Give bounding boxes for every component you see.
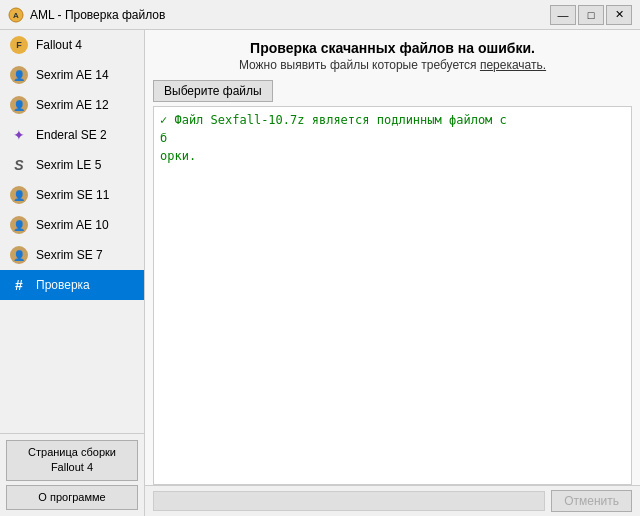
sexrim14-icon: 👤: [8, 64, 30, 86]
enderal2-icon: ✦: [8, 124, 30, 146]
content-subtitle: Можно выявить файлы которые требуется пе…: [161, 58, 624, 72]
sidebar-item-fallout4[interactable]: F Fallout 4: [0, 30, 144, 60]
content-toolbar: Выберите файлы: [145, 76, 640, 106]
sidebar-item-sexrim14[interactable]: 👤 Sexrim AE 14: [0, 60, 144, 90]
about-button[interactable]: О программе: [6, 485, 138, 510]
sexrimse7-icon: 👤: [8, 244, 30, 266]
app-icon: A: [8, 7, 24, 23]
output-scroll[interactable]: ✓ Файл Sexfall-10.7z является подлинным …: [153, 106, 632, 485]
sidebar-item-sexrim10[interactable]: 👤 Sexrim AE 10: [0, 210, 144, 240]
proverka-icon: #: [8, 274, 30, 296]
sidebar-item-label: Sexrim LE 5: [36, 158, 101, 172]
sidebar-item-label: Sexrim SE 7: [36, 248, 103, 262]
sidebar-item-sexrimle5[interactable]: S Sexrim LE 5: [0, 150, 144, 180]
sexrim11-icon: 👤: [8, 184, 30, 206]
sexrimle5-icon: S: [8, 154, 30, 176]
sidebar-item-sexrimse7[interactable]: 👤 Sexrim SE 7: [0, 240, 144, 270]
sidebar: F Fallout 4 👤 Sexrim AE 14 👤 Sexrim AE 1…: [0, 30, 145, 516]
window-title: AML - Проверка файлов: [30, 8, 550, 22]
sexrim10-icon: 👤: [8, 214, 30, 236]
progress-bar: [153, 491, 545, 511]
main-layout: F Fallout 4 👤 Sexrim AE 14 👤 Sexrim AE 1…: [0, 30, 640, 516]
browse-files-button[interactable]: Выберите файлы: [153, 80, 273, 102]
sidebar-item-enderal2[interactable]: ✦ Enderal SE 2: [0, 120, 144, 150]
content-title: Проверка скачанных файлов на ошибки.: [161, 40, 624, 56]
close-button[interactable]: ✕: [606, 5, 632, 25]
assembly-page-button[interactable]: Страница сборки Fallout 4: [6, 440, 138, 481]
fallout4-icon: F: [8, 34, 30, 56]
sidebar-item-label: Sexrim AE 12: [36, 98, 109, 112]
sidebar-item-proverka[interactable]: # Проверка: [0, 270, 144, 300]
maximize-button[interactable]: □: [578, 5, 604, 25]
sidebar-item-label: Sexrim AE 10: [36, 218, 109, 232]
sidebar-item-label: Sexrim SE 11: [36, 188, 109, 202]
sidebar-item-label: Enderal SE 2: [36, 128, 107, 142]
sidebar-item-sexrim12[interactable]: 👤 Sexrim AE 12: [0, 90, 144, 120]
sidebar-list: F Fallout 4 👤 Sexrim AE 14 👤 Sexrim AE 1…: [0, 30, 144, 433]
cancel-button[interactable]: Отменить: [551, 490, 632, 512]
content-area: Проверка скачанных файлов на ошибки. Мож…: [145, 30, 640, 516]
title-bar: A AML - Проверка файлов — □ ✕: [0, 0, 640, 30]
sidebar-bottom: Страница сборки Fallout 4 О программе: [0, 433, 144, 516]
sidebar-item-label: Sexrim AE 14: [36, 68, 109, 82]
output-text: ✓ Файл Sexfall-10.7z является подлинным …: [160, 111, 625, 165]
sidebar-item-label: Проверка: [36, 278, 90, 292]
svg-text:A: A: [13, 11, 19, 20]
window-controls: — □ ✕: [550, 5, 632, 25]
sidebar-item-sexrim11[interactable]: 👤 Sexrim SE 11: [0, 180, 144, 210]
content-header: Проверка скачанных файлов на ошибки. Мож…: [145, 30, 640, 76]
sidebar-item-label: Fallout 4: [36, 38, 82, 52]
minimize-button[interactable]: —: [550, 5, 576, 25]
content-footer: Отменить: [145, 485, 640, 516]
sexrim12-icon: 👤: [8, 94, 30, 116]
